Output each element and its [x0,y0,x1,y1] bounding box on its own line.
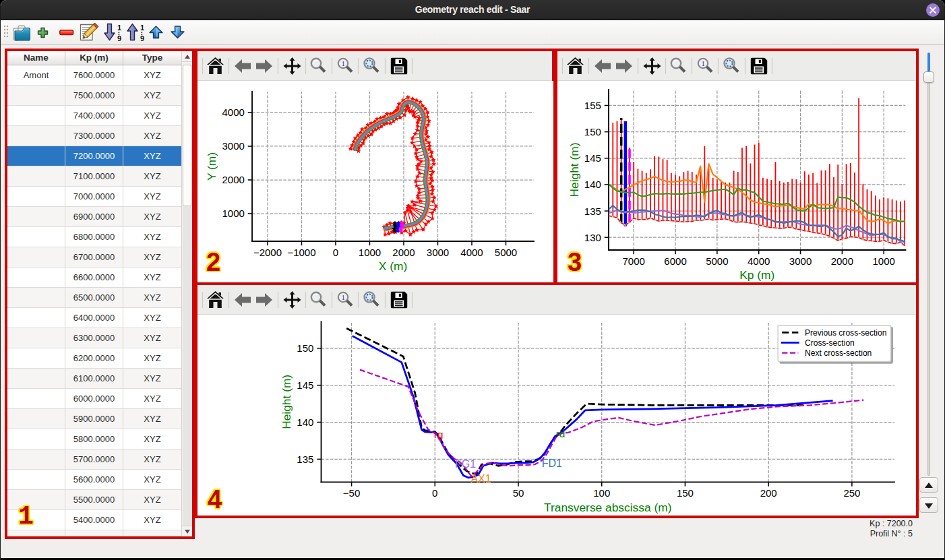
svg-text:3000: 3000 [427,247,449,258]
svg-text:200: 200 [760,487,777,499]
svg-text:5000: 5000 [706,255,728,267]
svg-text:9: 9 [117,34,121,42]
svg-text:1: 1 [341,59,345,67]
svg-text:−50: −50 [343,487,360,499]
svg-text:1: 1 [341,293,345,301]
svg-text:Height (m): Height (m) [280,375,293,429]
svg-text:5000: 5000 [495,247,517,258]
svg-text:2000: 2000 [831,255,853,267]
svg-text:150: 150 [297,342,313,354]
svg-text:145: 145 [584,152,601,164]
svg-text:1000: 1000 [359,247,381,258]
svg-text:150: 150 [677,487,694,499]
svg-text:−2000: −2000 [253,247,282,258]
svg-text:135: 135 [297,454,313,465]
svg-text:9: 9 [140,34,144,42]
svg-text:AX1: AX1 [470,473,491,485]
svg-text:3000: 3000 [222,140,245,152]
svg-text:140: 140 [297,416,313,428]
svg-text:Cross-section: Cross-section [805,338,855,348]
svg-text:1: 1 [701,59,705,67]
svg-text:FD1: FD1 [542,458,562,469]
svg-text:7000: 7000 [623,255,645,267]
svg-text:0: 0 [333,247,338,258]
svg-text:2000: 2000 [222,174,245,185]
svg-text:Next cross-section: Next cross-section [805,348,872,358]
svg-text:2000: 2000 [392,247,415,258]
svg-text:Transverse abscissa (m): Transverse abscissa (m) [544,501,671,514]
svg-text:FG1: FG1 [455,458,476,470]
svg-text:250: 250 [843,487,860,499]
svg-text:4000: 4000 [460,247,483,258]
svg-text:Height (m): Height (m) [568,142,581,197]
svg-text:150: 150 [584,126,601,137]
svg-text:Y (m): Y (m) [205,152,218,181]
svg-text:rd: rd [556,428,566,439]
svg-text:X (m): X (m) [379,259,407,273]
svg-text:3000: 3000 [789,255,812,267]
svg-text:135: 135 [584,206,601,217]
svg-text:4000: 4000 [222,106,245,118]
svg-text:0: 0 [432,487,437,499]
svg-text:−1000: −1000 [287,247,315,258]
svg-text:1000: 1000 [873,255,895,267]
svg-text:1: 1 [117,24,121,32]
svg-text:6000: 6000 [664,255,686,267]
svg-text:1000: 1000 [222,208,245,219]
svg-text:145: 145 [297,379,313,391]
svg-text:50: 50 [513,487,524,499]
svg-text:Kp (m): Kp (m) [739,268,774,282]
svg-text:100: 100 [593,487,610,499]
svg-text:Previous cross-section: Previous cross-section [805,328,887,338]
svg-text:155: 155 [584,100,601,111]
svg-text:130: 130 [584,232,601,243]
svg-text:140: 140 [584,179,601,190]
svg-text:4000: 4000 [748,255,770,267]
svg-text:1: 1 [140,24,144,32]
svg-text:rg: rg [434,429,444,440]
